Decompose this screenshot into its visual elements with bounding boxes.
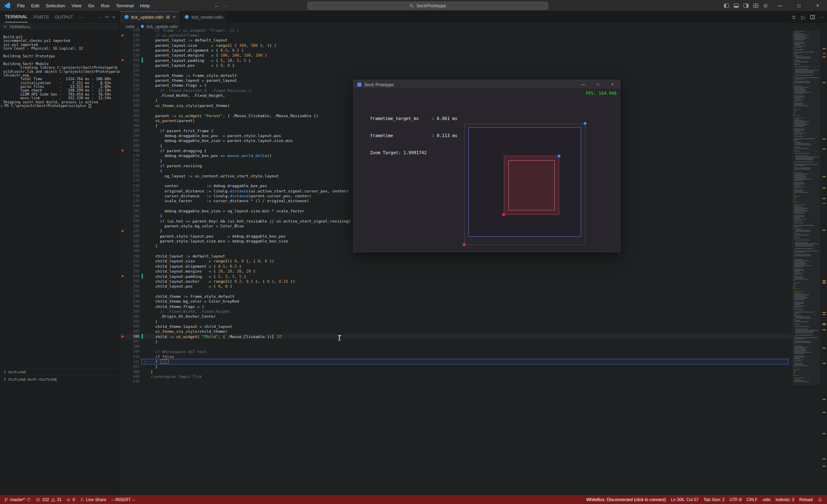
status-encoding[interactable]: UTF-8 [727, 495, 744, 504]
code-text[interactable]: } [151, 369, 153, 374]
code-text[interactable]: } [151, 339, 158, 344]
code-text[interactable]: { [151, 168, 162, 173]
code-line-304[interactable]: 304 child_theme.layout = child_layout [120, 324, 791, 329]
code-text[interactable]: parent := ui_widget( "Parent", { .Mouse_… [151, 113, 318, 118]
code-text[interactable]: } [151, 229, 162, 233]
code-line-301[interactable]: 301 // .Fixed_Width, .Fixed_Height, [120, 309, 791, 314]
code-text[interactable]: // ui_parent(frame) [151, 33, 199, 37]
menu-item-run[interactable]: Run [98, 1, 113, 10]
code-text[interactable]: // .Fixed_Width, .Fixed_Height, [151, 309, 232, 314]
code-text[interactable]: // frame := ui_widget( "Frame", {} ) [151, 28, 239, 33]
code-text[interactable]: } [151, 144, 162, 148]
code-text[interactable]: debug.draggable_box_size = og_layout.siz… [151, 209, 304, 213]
code-text[interactable]: parent_theme.layout = parent_layout [151, 78, 237, 83]
code-line-252[interactable]: 252 parent_layout.pos = { 0, 0 } [120, 63, 791, 68]
toggle-sidebar-icon[interactable] [724, 3, 729, 9]
code-line-308[interactable]: 308 [120, 344, 791, 349]
code-text[interactable]: child_theme.layout = child_layout [151, 324, 232, 329]
status-whitebox[interactable]: WhiteBox: Disconnected (click to connect… [584, 495, 668, 504]
back-arrow-icon[interactable]: ← [214, 2, 219, 9]
status-reload[interactable]: Reload [797, 495, 815, 504]
forward-arrow-icon[interactable]: → [223, 2, 229, 9]
more-tabs-icon[interactable]: ··· [79, 11, 84, 22]
code-text[interactable]: { [151, 359, 158, 364]
code-text[interactable]: parent_theme := frame_style_default [151, 73, 237, 78]
code-text[interactable]: child_theme := frame_style_default [151, 294, 234, 299]
run-file-button[interactable]: ▷ [801, 14, 805, 20]
code-text[interactable]: original_distance := linalg.distance(ui.… [151, 189, 348, 193]
code-text[interactable]: debug.draggable_box_pos = parent.style.l… [151, 133, 281, 138]
settings-gear-icon[interactable] [763, 3, 768, 9]
tab-tick-update[interactable]: tick_update.odin M × [120, 11, 180, 23]
code-text[interactable]: parent_layout.margins = { 100, 100, 100,… [151, 53, 267, 57]
code-line-468[interactable]: 468} [120, 369, 791, 374]
code-line-248[interactable]: 248 parent_layout.size = range2( { 300, … [120, 43, 791, 48]
code-line-305[interactable]: 305 ui_theme_via_style(child_theme) [120, 329, 791, 334]
code-text[interactable]: scale_factor := cursor_distance * (1 / o… [151, 199, 309, 203]
section-outline-map[interactable]: OUTLINE MAP: OUTLINE [0, 375, 119, 383]
code-line-297[interactable]: 297 [120, 289, 791, 294]
terminal-prompt-row[interactable]: PS C:\projects\SectrPrototype\scripts> [3, 104, 119, 108]
code-line-300[interactable]: 300 child_theme.flags = { [120, 304, 791, 309]
panel-close-icon[interactable]: × [112, 15, 115, 20]
overlay-maximize-button[interactable]: □ [591, 80, 605, 89]
code-text[interactable]: if (ui.hot == parent.key) && (ui.hot_res… [151, 219, 356, 223]
code-line-467[interactable]: 467 } [120, 364, 791, 369]
code-line-470[interactable]: 470 [120, 379, 791, 384]
code-text[interactable]: //endregion Imgui Tick [151, 374, 202, 379]
minimize-button[interactable]: — [771, 0, 790, 11]
overlay-minimize-button[interactable]: — [576, 80, 591, 89]
code-line-295[interactable]: 295 child_layout.anchor = range2({ 0.2, … [120, 279, 791, 284]
code-text[interactable]: } [151, 244, 158, 248]
code-line-299[interactable]: 299 child_theme.bg_color = Color_GreyRed [120, 299, 791, 304]
status-cursor-position[interactable]: Ln 306, Col 57 [668, 495, 701, 504]
split-editor-icon[interactable] [810, 15, 815, 19]
terminal-section-header[interactable]: TERMINAL [0, 22, 119, 31]
code-text[interactable]: if parent.first_frame { [151, 129, 214, 133]
code-line-292[interactable]: 292 child_layout.alignment = { 0.5, 0.5 … [120, 264, 791, 268]
code-text[interactable]: parent.style.bg_color = Color_Blue [151, 224, 244, 228]
code-text[interactable]: debug.draggable_box_pos += mouse_world_d… [151, 153, 272, 158]
overlay-close-button[interactable]: × [605, 80, 620, 89]
code-text[interactable]: ui_theme_via_style(child_theme) [151, 329, 228, 334]
code-text[interactable]: parent_layout.alignment = { 0.5, 0.5 } [151, 48, 244, 52]
menu-item-terminal[interactable]: Terminal [113, 1, 137, 10]
code-line-302[interactable]: 302 .Origin_At_Anchor_Center [120, 314, 791, 319]
code-line-311[interactable]: 311› {··· [120, 359, 791, 364]
toggle-secondary-sidebar-icon[interactable] [743, 3, 749, 9]
code-text[interactable]: child_layout.size = range2({ 0, 0 }, { 0… [151, 259, 274, 263]
code-line-247[interactable]: 247 parent_layout := default_layout [120, 38, 791, 43]
code-text[interactable]: center := debug.draggable_box_pos [151, 183, 267, 188]
code-line-245[interactable]: 245 // frame := ui_widget( "Frame", {} ) [120, 28, 791, 33]
customize-layout-icon[interactable] [753, 3, 759, 9]
code-line-249[interactable]: 249 parent_layout.alignment = { 0.5, 0.5… [120, 48, 791, 52]
code-text[interactable]: // Whitespace AST test [151, 349, 206, 354]
fold-chevron-icon[interactable]: › [143, 359, 148, 364]
status-branch[interactable]: master* [2, 495, 33, 504]
code-text[interactable]: child := ui_widget( "Child", { .Mouse_Cl… [151, 334, 272, 339]
code-line-307[interactable]: 307 } [120, 339, 791, 344]
tab-terminal[interactable]: TERMINAL [5, 11, 28, 22]
code-text[interactable]: child_layout.anchor = range2({ 0.2, 0.1 … [151, 279, 295, 284]
code-text[interactable]: child_layout := default_layout [151, 254, 225, 258]
status-ports[interactable]: 0 [64, 495, 77, 504]
code-text[interactable]: .Fixed_Width, .Fixed_Height, [151, 93, 225, 98]
code-text[interactable]: if parent.resizing [151, 164, 202, 168]
code-line-298[interactable]: 298 child_theme := frame_style_default [120, 294, 791, 299]
code-line-291[interactable]: 291 child_layout.size = range2({ 0, 0 },… [120, 259, 791, 264]
tab-tick-render[interactable]: tick_render.odin [180, 11, 228, 23]
status-notifications[interactable] [815, 495, 825, 504]
more-actions-icon[interactable]: ··· [820, 14, 825, 20]
code-text[interactable]: child_layout.margins = { 20, 20, 20, 20 … [151, 269, 256, 273]
code-text[interactable]: child_layout.pos = { 0, 0 } [151, 284, 232, 288]
menu-item-file[interactable]: File [14, 1, 28, 10]
code-text[interactable]: child_layout.padding = { 5, 5, 5, 5 } [151, 274, 246, 279]
code-line-303[interactable]: 303 } [120, 319, 791, 324]
menu-item-selection[interactable]: Selection [42, 1, 68, 10]
code-text[interactable]: } [151, 214, 162, 218]
code-line-294[interactable]: 294 child_layout.padding = { 5, 5, 5, 5 … [120, 274, 791, 279]
status-problems[interactable]: 102 31 [33, 495, 64, 504]
code-text[interactable]: child_theme.bg_color = Color_GreyRed [151, 299, 239, 303]
code-text[interactable]: if false [151, 354, 174, 359]
menu-item-go[interactable]: Go [85, 1, 97, 10]
